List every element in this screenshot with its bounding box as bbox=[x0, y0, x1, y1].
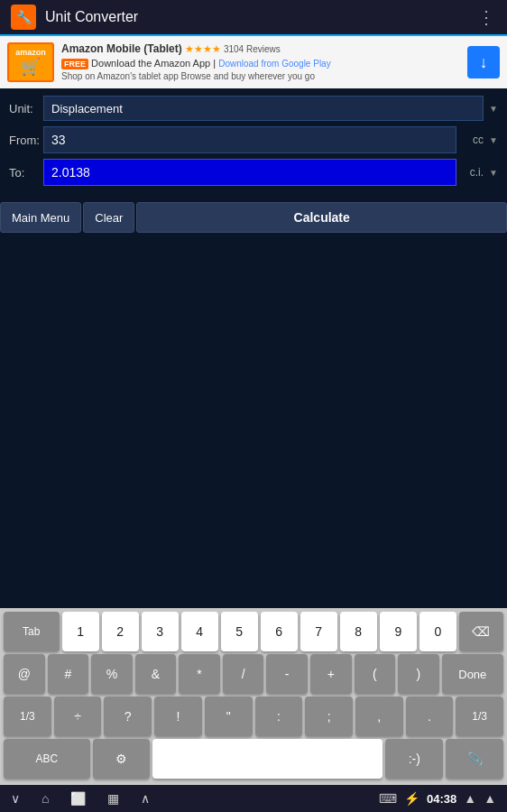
unit-selector[interactable]: Displacement bbox=[43, 96, 484, 121]
to-row: To: c.i. ▼ bbox=[9, 159, 498, 186]
to-label: To: bbox=[9, 166, 43, 180]
keyboard-row-1: Tab 1 2 3 4 5 6 7 8 9 0 ⌫ bbox=[4, 612, 503, 651]
from-unit: cc bbox=[456, 134, 484, 146]
from-row: From: cc ▼ bbox=[9, 126, 498, 153]
key-period[interactable]: . bbox=[406, 697, 454, 736]
amazon-logo: amazon 🛒 bbox=[7, 42, 54, 82]
overflow-menu-icon[interactable]: ⋮ bbox=[477, 6, 496, 28]
key-comma[interactable]: , bbox=[355, 697, 403, 736]
key-slash[interactable]: / bbox=[223, 654, 264, 694]
keyboard-row-2: @ # % & * / - + ( ) Done bbox=[4, 654, 503, 694]
app-title: Unit Converter bbox=[45, 9, 477, 25]
key-fraction-left[interactable]: 1/3 bbox=[4, 697, 51, 736]
key-3[interactable]: 3 bbox=[142, 612, 179, 651]
key-percent[interactable]: % bbox=[91, 654, 133, 694]
keyboard-row-4: ABC ⚙ :-) 📎 bbox=[4, 739, 503, 779]
amazon-brand: amazon bbox=[15, 48, 46, 57]
download-text: Download the Amazon App | bbox=[91, 58, 216, 69]
key-minus[interactable]: - bbox=[266, 654, 308, 694]
key-open-paren[interactable]: ( bbox=[355, 654, 396, 694]
key-question[interactable]: ? bbox=[104, 697, 152, 736]
status-bar: ⌨ ⚡ 04:38 ▲ ▲ bbox=[379, 791, 496, 806]
app-icon: 🔧 bbox=[11, 5, 36, 30]
key-hash[interactable]: # bbox=[48, 654, 89, 694]
key-7[interactable]: 7 bbox=[300, 612, 337, 651]
home-nav-icon[interactable]: ⌂ bbox=[41, 791, 49, 806]
to-input[interactable] bbox=[43, 159, 456, 186]
ad-reviews: 3104 Reviews bbox=[224, 44, 281, 54]
action-buttons: Main Menu Clear Calculate bbox=[0, 202, 507, 233]
clear-button[interactable]: Clear bbox=[83, 202, 134, 233]
shop-text: Shop on Amazon's tablet app Browse and b… bbox=[61, 70, 467, 83]
key-divide[interactable]: ÷ bbox=[54, 697, 102, 736]
key-0[interactable]: 0 bbox=[419, 612, 456, 651]
abc-key[interactable]: ABC bbox=[4, 739, 90, 779]
recent-apps-icon[interactable]: ⬜ bbox=[70, 791, 86, 806]
back-nav-icon[interactable]: ∨ bbox=[11, 791, 20, 806]
from-label: From: bbox=[9, 134, 43, 147]
ad-stars: ★★★★ bbox=[185, 43, 221, 54]
qr-icon[interactable]: ▦ bbox=[107, 791, 119, 806]
unit-label: Unit: bbox=[9, 102, 43, 115]
ad-banner[interactable]: amazon 🛒 Amazon Mobile (Tablet) ★★★★ 310… bbox=[0, 36, 507, 88]
converter-form: Unit: Displacement ▼ From: cc ▼ To: c.i.… bbox=[0, 88, 507, 198]
key-2[interactable]: 2 bbox=[102, 612, 139, 651]
up-nav-icon[interactable]: ∧ bbox=[141, 791, 150, 806]
key-4[interactable]: 4 bbox=[181, 612, 218, 651]
emoji-key[interactable]: :-) bbox=[385, 739, 443, 779]
ad-text-block: Amazon Mobile (Tablet) ★★★★ 3104 Reviews… bbox=[61, 42, 467, 83]
unit-row: Unit: Displacement ▼ bbox=[9, 96, 498, 121]
key-quote[interactable]: " bbox=[205, 697, 253, 736]
to-unit: c.i. bbox=[456, 166, 484, 179]
key-at[interactable]: @ bbox=[4, 654, 45, 694]
nav-left-controls: ∨ ⌂ ⬜ ▦ ∧ bbox=[11, 791, 379, 806]
settings-key[interactable]: ⚙ bbox=[93, 739, 151, 779]
key-5[interactable]: 5 bbox=[221, 612, 258, 651]
key-exclaim[interactable]: ! bbox=[154, 697, 202, 736]
signal-icon: ▲ bbox=[484, 791, 496, 806]
space-key[interactable] bbox=[152, 739, 383, 779]
from-input[interactable] bbox=[43, 126, 456, 153]
main-content-area bbox=[0, 236, 507, 534]
unit-dropdown-arrow: ▼ bbox=[484, 104, 498, 114]
wifi-icon: ▲ bbox=[464, 791, 476, 806]
usb-status-icon: ⚡ bbox=[404, 791, 419, 806]
unit-value: Displacement bbox=[51, 102, 123, 115]
tab-key[interactable]: Tab bbox=[4, 612, 60, 651]
key-1[interactable]: 1 bbox=[62, 612, 99, 651]
key-close-paren[interactable]: ) bbox=[398, 654, 439, 694]
calculate-button[interactable]: Calculate bbox=[136, 202, 507, 233]
clock: 04:38 bbox=[427, 792, 456, 806]
key-colon[interactable]: : bbox=[255, 697, 303, 736]
to-dropdown-arrow: ▼ bbox=[484, 168, 498, 178]
cart-icon: 🛒 bbox=[21, 57, 41, 77]
key-asterisk[interactable]: * bbox=[179, 654, 220, 694]
key-semicolon[interactable]: ; bbox=[305, 697, 353, 736]
main-menu-button[interactable]: Main Menu bbox=[0, 202, 81, 233]
key-8[interactable]: 8 bbox=[340, 612, 377, 651]
clipboard-key[interactable]: 📎 bbox=[446, 739, 503, 779]
title-bar: 🔧 Unit Converter ⋮ bbox=[0, 0, 507, 36]
keyboard-row-3: 1/3 ÷ ? ! " : ; , . 1/3 bbox=[4, 697, 503, 736]
free-badge: FREE bbox=[61, 59, 88, 69]
keyboard-status-icon: ⌨ bbox=[379, 791, 397, 806]
key-6[interactable]: 6 bbox=[261, 612, 298, 651]
keyboard: Tab 1 2 3 4 5 6 7 8 9 0 ⌫ @ # % & * / - … bbox=[0, 608, 507, 785]
key-plus[interactable]: + bbox=[310, 654, 352, 694]
key-9[interactable]: 9 bbox=[380, 612, 417, 651]
google-play-link[interactable]: Download from Google Play bbox=[218, 59, 331, 69]
download-button[interactable]: ↓ bbox=[467, 46, 500, 78]
key-ampersand[interactable]: & bbox=[135, 654, 177, 694]
key-fraction-right[interactable]: 1/3 bbox=[456, 697, 503, 736]
done-key[interactable]: Done bbox=[442, 654, 503, 694]
backspace-key[interactable]: ⌫ bbox=[459, 612, 503, 651]
ad-title: Amazon Mobile (Tablet) bbox=[61, 42, 182, 55]
nav-bar: ∨ ⌂ ⬜ ▦ ∧ ⌨ ⚡ 04:38 ▲ ▲ bbox=[0, 785, 507, 812]
from-dropdown-arrow: ▼ bbox=[484, 135, 498, 145]
